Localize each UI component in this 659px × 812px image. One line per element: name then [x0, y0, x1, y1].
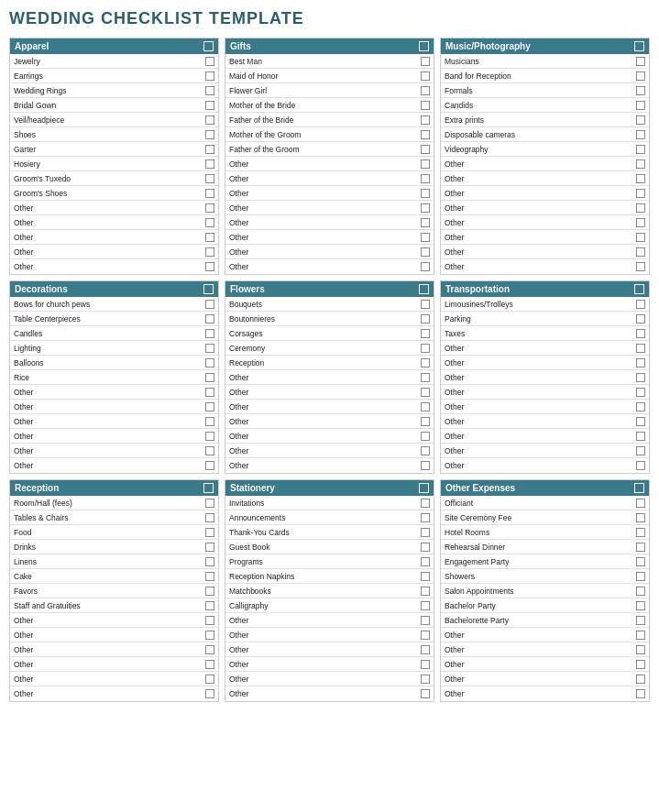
row-checkbox-apparel-4[interactable]: [205, 115, 214, 125]
row-checkbox-flowers-3[interactable]: [421, 344, 430, 353]
row-checkbox-transportation-9[interactable]: [636, 432, 645, 441]
row-checkbox-music-photography-11[interactable]: [636, 218, 645, 227]
row-checkbox-other-expenses-6[interactable]: [636, 587, 645, 596]
row-checkbox-flowers-10[interactable]: [421, 446, 430, 455]
row-checkbox-apparel-11[interactable]: [205, 218, 214, 227]
row-checkbox-reception-1[interactable]: [205, 513, 214, 522]
row-checkbox-music-photography-5[interactable]: [636, 130, 645, 139]
row-checkbox-gifts-6[interactable]: [421, 145, 430, 154]
row-checkbox-other-expenses-2[interactable]: [636, 528, 645, 537]
row-checkbox-music-photography-3[interactable]: [636, 101, 645, 110]
row-checkbox-gifts-2[interactable]: [421, 86, 430, 95]
row-checkbox-gifts-14[interactable]: [421, 262, 430, 271]
row-checkbox-stationery-7[interactable]: [421, 601, 430, 610]
row-checkbox-transportation-4[interactable]: [636, 358, 645, 368]
row-checkbox-music-photography-8[interactable]: [636, 174, 645, 183]
row-checkbox-gifts-5[interactable]: [421, 130, 430, 139]
row-checkbox-other-expenses-12[interactable]: [636, 675, 645, 684]
row-checkbox-transportation-2[interactable]: [636, 329, 645, 338]
row-checkbox-reception-12[interactable]: [205, 675, 214, 684]
row-checkbox-stationery-5[interactable]: [421, 572, 430, 581]
row-checkbox-reception-13[interactable]: [205, 689, 214, 698]
row-checkbox-other-expenses-4[interactable]: [636, 557, 645, 566]
row-checkbox-apparel-1[interactable]: [205, 71, 214, 81]
row-checkbox-transportation-8[interactable]: [636, 417, 645, 426]
row-checkbox-stationery-4[interactable]: [421, 557, 430, 566]
row-checkbox-reception-4[interactable]: [205, 557, 214, 566]
row-checkbox-flowers-2[interactable]: [421, 329, 430, 338]
row-checkbox-decorations-5[interactable]: [205, 373, 214, 382]
row-checkbox-reception-11[interactable]: [205, 660, 214, 669]
row-checkbox-music-photography-12[interactable]: [636, 233, 645, 242]
row-checkbox-other-expenses-13[interactable]: [636, 689, 645, 698]
section-header-checkbox-flowers[interactable]: [419, 284, 429, 294]
row-checkbox-stationery-0[interactable]: [421, 499, 430, 508]
row-checkbox-transportation-5[interactable]: [636, 373, 645, 382]
section-header-checkbox-music-photography[interactable]: [634, 41, 644, 51]
row-checkbox-apparel-9[interactable]: [205, 189, 214, 198]
row-checkbox-transportation-7[interactable]: [636, 402, 645, 411]
row-checkbox-flowers-6[interactable]: [421, 388, 430, 397]
row-checkbox-stationery-11[interactable]: [421, 660, 430, 669]
row-checkbox-reception-10[interactable]: [205, 645, 214, 654]
row-checkbox-decorations-3[interactable]: [205, 344, 214, 353]
row-checkbox-flowers-8[interactable]: [421, 417, 430, 426]
row-checkbox-gifts-1[interactable]: [421, 71, 430, 81]
row-checkbox-apparel-3[interactable]: [205, 101, 214, 110]
row-checkbox-apparel-7[interactable]: [205, 159, 214, 169]
row-checkbox-decorations-10[interactable]: [205, 446, 214, 455]
row-checkbox-reception-3[interactable]: [205, 543, 214, 552]
row-checkbox-stationery-6[interactable]: [421, 587, 430, 596]
row-checkbox-other-expenses-8[interactable]: [636, 616, 645, 625]
row-checkbox-transportation-6[interactable]: [636, 388, 645, 397]
row-checkbox-apparel-13[interactable]: [205, 247, 214, 257]
row-checkbox-flowers-4[interactable]: [421, 358, 430, 368]
row-checkbox-music-photography-0[interactable]: [636, 57, 645, 66]
row-checkbox-decorations-4[interactable]: [205, 358, 214, 368]
row-checkbox-flowers-11[interactable]: [421, 461, 430, 470]
row-checkbox-transportation-0[interactable]: [636, 300, 645, 309]
row-checkbox-other-expenses-11[interactable]: [636, 660, 645, 669]
section-header-checkbox-other-expenses[interactable]: [634, 483, 644, 493]
row-checkbox-other-expenses-1[interactable]: [636, 513, 645, 522]
row-checkbox-flowers-9[interactable]: [421, 432, 430, 441]
row-checkbox-reception-7[interactable]: [205, 601, 214, 610]
row-checkbox-gifts-7[interactable]: [421, 159, 430, 169]
row-checkbox-reception-9[interactable]: [205, 631, 214, 640]
row-checkbox-apparel-0[interactable]: [205, 57, 214, 66]
row-checkbox-flowers-1[interactable]: [421, 314, 430, 324]
row-checkbox-other-expenses-10[interactable]: [636, 645, 645, 654]
row-checkbox-decorations-11[interactable]: [205, 461, 214, 470]
row-checkbox-gifts-8[interactable]: [421, 174, 430, 183]
row-checkbox-apparel-6[interactable]: [205, 145, 214, 154]
row-checkbox-other-expenses-3[interactable]: [636, 543, 645, 552]
row-checkbox-gifts-13[interactable]: [421, 247, 430, 257]
row-checkbox-music-photography-10[interactable]: [636, 203, 645, 213]
row-checkbox-apparel-10[interactable]: [205, 203, 214, 213]
row-checkbox-stationery-9[interactable]: [421, 631, 430, 640]
row-checkbox-decorations-9[interactable]: [205, 432, 214, 441]
row-checkbox-apparel-14[interactable]: [205, 262, 214, 271]
row-checkbox-apparel-5[interactable]: [205, 130, 214, 139]
row-checkbox-music-photography-7[interactable]: [636, 159, 645, 169]
section-header-checkbox-apparel[interactable]: [203, 41, 214, 51]
row-checkbox-other-expenses-7[interactable]: [636, 601, 645, 610]
row-checkbox-music-photography-9[interactable]: [636, 189, 645, 198]
row-checkbox-stationery-2[interactable]: [421, 528, 430, 537]
row-checkbox-gifts-10[interactable]: [421, 203, 430, 213]
row-checkbox-music-photography-4[interactable]: [636, 115, 645, 125]
section-header-checkbox-reception[interactable]: [203, 483, 214, 493]
row-checkbox-gifts-12[interactable]: [421, 233, 430, 242]
row-checkbox-stationery-12[interactable]: [421, 675, 430, 684]
row-checkbox-flowers-0[interactable]: [421, 300, 430, 309]
row-checkbox-flowers-5[interactable]: [421, 373, 430, 382]
row-checkbox-transportation-3[interactable]: [636, 344, 645, 353]
row-checkbox-reception-8[interactable]: [205, 616, 214, 625]
row-checkbox-stationery-13[interactable]: [421, 689, 430, 698]
row-checkbox-other-expenses-0[interactable]: [636, 499, 645, 508]
row-checkbox-apparel-8[interactable]: [205, 174, 214, 183]
row-checkbox-reception-5[interactable]: [205, 572, 214, 581]
row-checkbox-decorations-0[interactable]: [205, 300, 214, 309]
row-checkbox-gifts-3[interactable]: [421, 101, 430, 110]
row-checkbox-transportation-1[interactable]: [636, 314, 645, 324]
